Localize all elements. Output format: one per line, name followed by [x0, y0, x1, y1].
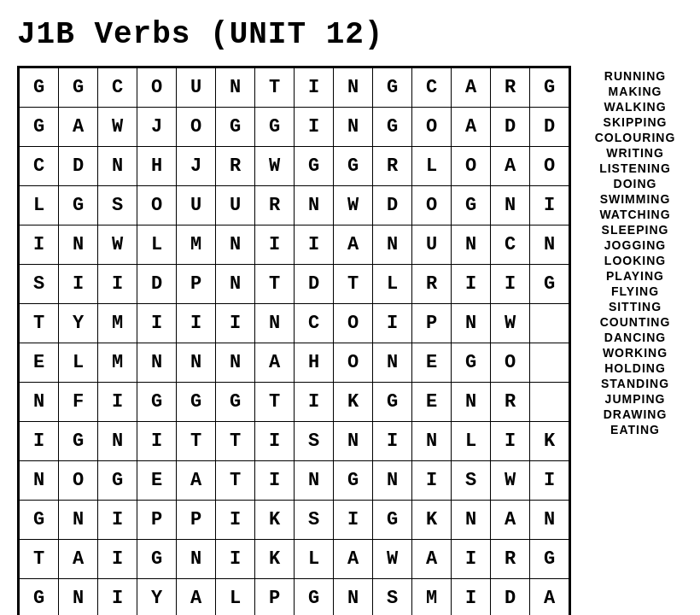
cell-11-4: P [177, 501, 216, 540]
cell-12-5: I [216, 540, 255, 579]
cell-3-3: O [137, 186, 177, 226]
word-search-grid: GGCOUNTINGCARGGAWJOGGINGOADDCDNHJRWGGRLO… [17, 66, 571, 615]
cell-7-3: N [137, 343, 177, 383]
cell-4-4: M [177, 226, 216, 265]
word-list-item: WRITING [606, 146, 664, 160]
cell-12-4: N [177, 540, 216, 579]
cell-11-0: G [20, 501, 59, 540]
word-list-item: RUNNING [604, 69, 666, 83]
cell-4-13: N [530, 226, 569, 265]
cell-4-10: U [412, 226, 452, 265]
cell-1-6: G [255, 108, 295, 147]
cell-1-13: D [530, 108, 569, 147]
cell-11-6: K [255, 501, 295, 540]
cell-11-13: N [530, 501, 569, 540]
cell-7-4: N [177, 343, 216, 383]
cell-7-7: H [295, 343, 334, 383]
cell-13-10: M [412, 579, 452, 616]
cell-5-11: I [452, 265, 491, 304]
cell-1-10: O [412, 108, 452, 147]
page-title: J1B Verbs (UNIT 12) [17, 17, 383, 52]
word-list-item: WATCHING [599, 208, 670, 221]
cell-13-2: I [98, 579, 137, 616]
cell-10-2: G [98, 461, 137, 501]
cell-9-5: T [216, 422, 255, 461]
cell-0-3: O [137, 68, 177, 108]
cell-4-11: N [452, 226, 491, 265]
cell-11-2: I [98, 501, 137, 540]
cell-13-0: G [20, 579, 59, 616]
cell-8-10: E [412, 383, 452, 422]
cell-6-0: T [20, 304, 59, 343]
cell-9-0: I [20, 422, 59, 461]
cell-9-4: T [177, 422, 216, 461]
cell-4-0: I [20, 226, 59, 265]
cell-5-5: N [216, 265, 255, 304]
cell-8-2: I [98, 383, 137, 422]
word-list-item: JUMPING [605, 392, 666, 406]
word-list-item: SKIPPING [604, 115, 668, 129]
grid-table: GGCOUNTINGCARGGAWJOGGINGOADDCDNHJRWGGRLO… [19, 67, 569, 615]
cell-9-7: S [295, 422, 334, 461]
cell-4-1: N [59, 226, 98, 265]
word-list-item: EATING [610, 423, 660, 436]
cell-5-2: I [98, 265, 137, 304]
cell-1-11: A [452, 108, 491, 147]
cell-11-7: S [295, 501, 334, 540]
cell-13-13: A [530, 579, 569, 616]
cell-4-6: I [255, 226, 295, 265]
word-list-item: FLYING [611, 284, 659, 298]
cell-0-7: I [295, 68, 334, 108]
cell-1-9: G [373, 108, 412, 147]
word-list-item: COUNTING [600, 315, 671, 329]
cell-4-3: L [137, 226, 177, 265]
cell-5-12: I [491, 265, 530, 304]
cell-13-8: N [334, 579, 373, 616]
cell-10-8: G [334, 461, 373, 501]
cell-7-2: M [98, 343, 137, 383]
word-list-item: MAKING [609, 85, 662, 98]
cell-5-4: P [177, 265, 216, 304]
cell-1-5: G [216, 108, 255, 147]
word-list-item: DANCING [604, 331, 666, 344]
cell-10-0: N [20, 461, 59, 501]
cell-9-1: G [59, 422, 98, 461]
cell-5-0: S [20, 265, 59, 304]
word-list-item: SLEEPING [602, 223, 669, 237]
cell-8-0: N [20, 383, 59, 422]
cell-11-11: N [452, 501, 491, 540]
word-list-item: DOING [614, 177, 657, 190]
cell-6-13 [530, 304, 569, 343]
cell-3-5: U [216, 186, 255, 226]
word-list-item: PLAYING [606, 269, 664, 283]
cell-1-8: N [334, 108, 373, 147]
cell-2-0: C [20, 147, 59, 186]
cell-1-7: I [295, 108, 334, 147]
word-list-item: LISTENING [599, 161, 671, 175]
cell-3-1: G [59, 186, 98, 226]
cell-5-7: D [295, 265, 334, 304]
cell-12-10: A [412, 540, 452, 579]
cell-6-10: P [412, 304, 452, 343]
cell-0-1: G [59, 68, 98, 108]
cell-1-1: A [59, 108, 98, 147]
cell-13-7: G [295, 579, 334, 616]
cell-6-5: I [216, 304, 255, 343]
cell-10-12: W [491, 461, 530, 501]
cell-5-3: D [137, 265, 177, 304]
cell-3-2: S [98, 186, 137, 226]
cell-3-0: L [20, 186, 59, 226]
cell-0-13: G [530, 68, 569, 108]
cell-8-3: G [137, 383, 177, 422]
cell-3-12: N [491, 186, 530, 226]
cell-0-6: T [255, 68, 295, 108]
cell-11-5: I [216, 501, 255, 540]
cell-3-9: D [373, 186, 412, 226]
cell-0-11: A [452, 68, 491, 108]
cell-9-10: N [412, 422, 452, 461]
cell-10-9: N [373, 461, 412, 501]
cell-9-6: I [255, 422, 295, 461]
cell-7-10: E [412, 343, 452, 383]
cell-6-12: W [491, 304, 530, 343]
cell-13-3: Y [137, 579, 177, 616]
